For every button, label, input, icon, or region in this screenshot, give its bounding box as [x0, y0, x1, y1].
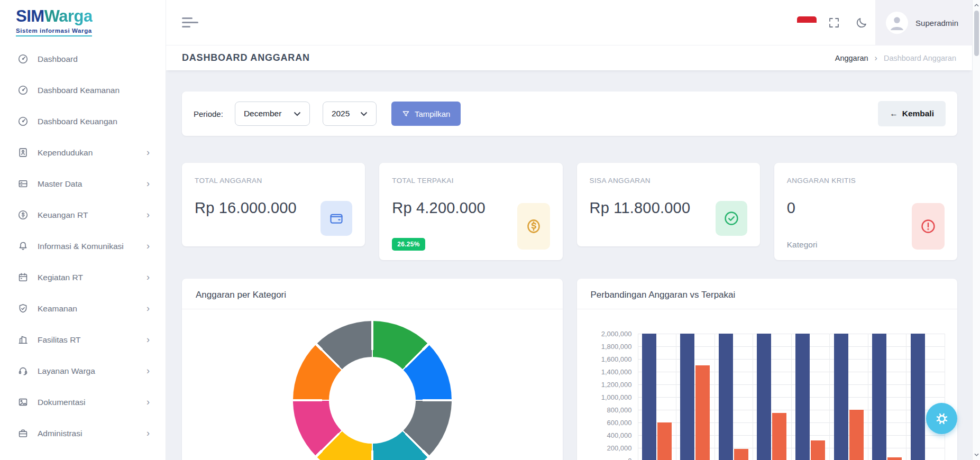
sidebar-item-kegiatan-rt[interactable]: Kegiatan RT› — [0, 264, 166, 290]
period-filter-card: Periode: December 2025 Tampilkan ← Kemba… — [182, 91, 957, 136]
stats-row: TOTAL ANGGARANRp 16.000.000TOTAL TERPAKA… — [182, 163, 957, 260]
sidebar-item-dokumentasi[interactable]: Dokumentasi› — [0, 389, 166, 415]
logo-secondary: Warga — [44, 7, 93, 25]
gauge-icon — [17, 116, 29, 127]
sidebar-item-keamanan[interactable]: Keamanan› — [0, 296, 166, 321]
bar-group — [715, 334, 753, 460]
topbar: Superadmin — [166, 0, 972, 45]
funnel-icon — [402, 110, 410, 118]
bar-anggaran — [872, 334, 886, 460]
fullscreen-button[interactable] — [820, 0, 848, 45]
bar-group — [791, 334, 830, 460]
stat-label: ANGGARAN KRITIS — [787, 177, 945, 185]
sidebar-item-keuangan-rt[interactable]: Keuangan RT› — [0, 202, 166, 228]
stat-subtitle: Kategori — [787, 240, 818, 250]
sidebar-item-kependudukan[interactable]: Kependudukan› — [0, 140, 166, 165]
id-card-icon — [17, 147, 29, 159]
user-menu[interactable]: Superadmin — [875, 0, 972, 45]
sidebar-item-dashboard[interactable]: Dashboard — [0, 46, 166, 72]
sidebar-item-fasilitas-rt[interactable]: Fasilitas RT› — [0, 327, 166, 353]
bar-terpakai — [849, 410, 864, 460]
donut-hole — [329, 357, 416, 444]
tampilkan-button[interactable]: Tampilkan — [391, 102, 461, 126]
sidebar-item-dashboard-keuangan[interactable]: Dashboard Keuangan — [0, 108, 166, 134]
y-axis-tick-label: 1,400,000 — [585, 368, 632, 376]
sidebar-item-label: Dokumentasi — [38, 398, 143, 407]
app-logo[interactable]: SIMWarga Sistem informasi Warga — [0, 0, 166, 36]
sidebar-toggle-hamburger-icon[interactable] — [182, 17, 200, 29]
sidebar-item-label: Keuangan RT — [38, 210, 143, 220]
language-flag-button[interactable] — [793, 0, 820, 45]
sidebar-item-layanan-warga[interactable]: Layanan Warga› — [0, 358, 166, 384]
kembali-button[interactable]: ← Kembali — [878, 101, 946, 126]
page-scrollbar[interactable] — [972, 0, 980, 460]
donut-chart-title: Anggaran per Kategori — [182, 279, 563, 309]
bar-group — [753, 334, 791, 460]
chevron-down-icon — [294, 112, 301, 116]
bar-terpakai — [657, 422, 672, 460]
main-content: Periode: December 2025 Tampilkan ← Kemba… — [166, 70, 972, 460]
scroll-down-arrow[interactable] — [973, 450, 980, 459]
settings-fab-button[interactable] — [926, 403, 957, 434]
calendar-icon — [17, 272, 29, 283]
scrollbar-thumb[interactable] — [974, 11, 979, 56]
bar-anggaran — [757, 334, 771, 460]
stat-card-total-anggaran: TOTAL ANGGARANRp 16.000.000 — [182, 163, 365, 246]
dark-mode-moon-icon — [855, 16, 868, 29]
stat-card-anggaran-kritis: ANGGARAN KRITIS0Kategori — [774, 163, 957, 260]
sidebar-item-label: Informasi & Komunikasi — [38, 242, 143, 251]
page-title: DASHBOARD ANGGARAN — [182, 52, 310, 63]
y-axis-tick-label: 1,000,000 — [585, 393, 632, 401]
username-label: Superadmin — [915, 19, 958, 27]
sidebar-item-label: Dashboard Keuangan — [38, 117, 150, 126]
sidebar-item-label: Kependudukan — [38, 148, 143, 158]
bar-anggaran — [911, 334, 925, 460]
bar-chart-title: Perbandingan Anggaran vs Terpakai — [577, 279, 958, 309]
headset-icon — [17, 365, 29, 377]
sidebar-item-administrasi[interactable]: Administrasi› — [0, 420, 166, 446]
gauge-icon — [17, 85, 29, 96]
sidebar-item-dashboard-keamanan[interactable]: Dashboard Keamanan — [0, 77, 166, 103]
building-icon — [17, 334, 29, 346]
year-select[interactable]: 2025 — [323, 102, 377, 126]
chevron-right-icon: › — [146, 178, 150, 189]
bar-terpakai — [887, 457, 902, 460]
y-axis-tick-label: 800,000 — [585, 406, 632, 414]
sidebar-item-label: Dashboard — [38, 54, 150, 64]
y-axis-tick-label: 600,000 — [585, 419, 632, 427]
bar-chart-plot — [638, 334, 945, 460]
stat-card-total-terpakai: TOTAL TERPAKAIRp 4.200.00026.25% — [379, 163, 562, 260]
shield-check-icon — [17, 303, 29, 315]
kembali-button-label: Kembali — [902, 109, 934, 118]
y-axis-tick-label: 2,000,000 — [585, 330, 632, 338]
bar-anggaran — [719, 334, 733, 460]
donut-chart-card: Anggaran per Kategori — [182, 279, 563, 460]
bar-groups — [638, 334, 945, 460]
y-axis-tick-label: 1,600,000 — [585, 355, 632, 363]
year-select-value: 2025 — [332, 109, 350, 118]
scroll-up-arrow[interactable] — [973, 1, 980, 10]
check-circle-icon — [716, 201, 747, 236]
user-avatar-icon — [886, 12, 908, 34]
sidebar-nav: DashboardDashboard KeamananDashboard Keu… — [0, 46, 166, 446]
chevron-down-icon — [360, 112, 368, 116]
y-axis-tick-label: 200,000 — [585, 444, 632, 452]
back-arrow-icon: ← — [890, 109, 898, 118]
stat-card-sisa-anggaran: SISA ANGGARANRp 11.800.000 — [577, 163, 760, 246]
logo-primary: SIM — [16, 7, 44, 25]
wallet-icon — [320, 201, 352, 236]
sidebar-item-informasi-komunikasi[interactable]: Informasi & Komunikasi› — [0, 233, 166, 259]
page-header: DASHBOARD ANGGARAN Anggaran › Dashboard … — [166, 45, 972, 70]
bar-terpakai — [734, 449, 748, 460]
chevron-right-icon: › — [146, 241, 150, 252]
sidebar-item-master-data[interactable]: Master Data› — [0, 171, 166, 197]
month-select[interactable]: December — [235, 102, 310, 126]
dark-mode-button[interactable] — [848, 0, 875, 45]
chevron-right-icon: › — [146, 365, 150, 376]
breadcrumb-parent-link[interactable]: Anggaran — [835, 54, 868, 62]
app-logo-text: SIMWarga — [16, 7, 166, 25]
month-select-value: December — [244, 109, 282, 118]
logo-subtitle: Sistem informasi Warga — [16, 27, 92, 36]
sidebar-item-label: Master Data — [38, 179, 143, 189]
bar-anggaran — [642, 334, 656, 460]
